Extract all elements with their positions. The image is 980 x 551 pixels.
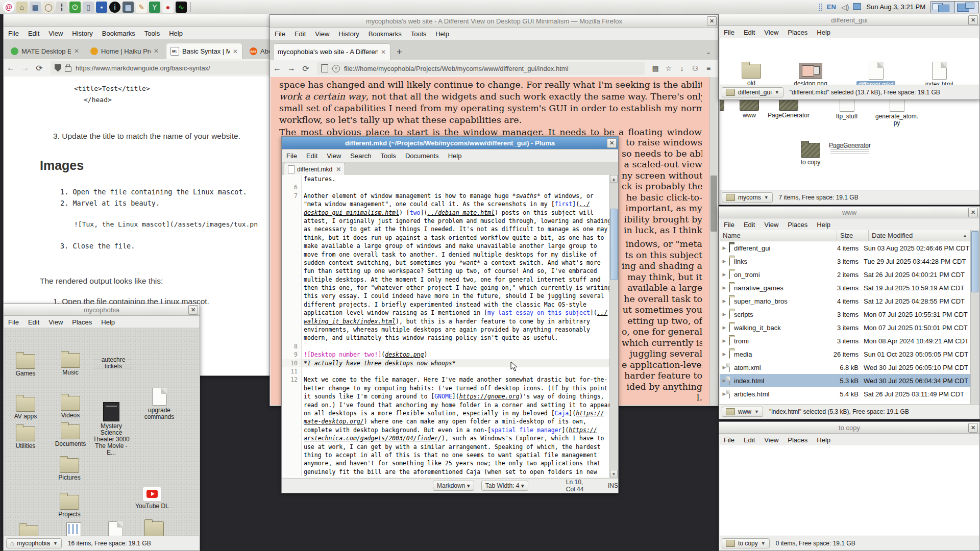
scroll-down-icon[interactable]: ▼ <box>610 470 618 478</box>
editor-line[interactable]: as necessary to get at the things I need… <box>282 225 609 233</box>
keyboard-layout-indicator[interactable]: EN <box>827 3 836 11</box>
menu-item-view[interactable]: View <box>322 152 346 160</box>
dgui-location-button[interactable]: different_gui ▼ <box>722 87 783 97</box>
menu-item-file[interactable]: File <box>4 30 23 37</box>
scroll-up-icon[interactable]: ▲ <box>610 175 618 183</box>
menu-item-edit[interactable]: Edit <box>290 30 310 38</box>
editor-line[interactable]: move from one overall task to another. I… <box>282 251 609 259</box>
ff2-url-text[interactable]: file:///home/mycophobia/Projects/Web/myc… <box>344 65 569 72</box>
expander-icon[interactable]: ▶ <box>720 285 729 290</box>
editor-line[interactable]: arstechnica.com/gadgets/2003/04/finder/)… <box>282 434 609 442</box>
editor-line[interactable]: 11 <box>282 367 609 375</box>
menu-item-help[interactable]: Help <box>812 221 835 229</box>
file-item-old[interactable]: old <box>730 64 773 85</box>
editor-line[interactable]: attest, I originally just ignored the pr… <box>282 217 609 225</box>
file-item-games[interactable]: Games <box>4 354 47 377</box>
table-row-articles.html[interactable]: ▶articles.html5.4 kBSat 26 Jul 2025 03:1… <box>720 387 972 400</box>
editor-line[interactable]: 6 <box>282 183 609 191</box>
file-item-templates[interactable]: Templates <box>7 525 50 536</box>
expander-icon[interactable]: ▶ <box>720 352 729 357</box>
setup-tool-icon[interactable]: Y <box>149 2 160 13</box>
search-icon[interactable]: ◯ <box>43 2 54 13</box>
menu-item-file[interactable]: File <box>270 30 290 38</box>
editor-line[interactable]: thing to accept in all of this is that n… <box>282 451 609 459</box>
menu-item-edit[interactable]: Edit <box>739 29 760 36</box>
editor-line[interactable]: then this one, for "whatever other proje… <box>282 284 609 292</box>
editor-line[interactable]: application-level window raising as I me… <box>282 309 609 317</box>
file-item-projects[interactable]: Projects <box>48 495 91 518</box>
mycoms-location-button[interactable]: mycoms ▼ <box>722 192 773 203</box>
table-row-tromi[interactable]: ▶tromi3 itemsMon 08 Apr 2024 10:49:21 AM… <box>720 334 972 347</box>
back-button[interactable]: ← <box>4 63 18 72</box>
tab-1[interactable]: MATE Desktop En✕ <box>7 43 83 59</box>
file-item--[interactable]: 主の祈り <box>94 521 137 536</box>
menu-item-view[interactable]: View <box>44 30 67 37</box>
editor-line[interactable]: fun than setting up one workspace? Setti… <box>282 267 609 275</box>
file-item-desktop-png[interactable]: desktop.png <box>789 63 832 85</box>
menu-item-search[interactable]: Search <box>346 152 376 160</box>
editor-line[interactable]: this very essay. I could indeed have mor… <box>282 292 609 300</box>
menu-item-help[interactable]: Help <box>812 436 835 444</box>
system-monitor-icon[interactable]: ∿ <box>176 2 187 13</box>
editor-line[interactable]: walking_it_back/index.html), but this is… <box>282 317 609 325</box>
editor-line[interactable]: make available a large group of windows … <box>282 242 609 250</box>
text-editor-icon[interactable]: ✎ <box>136 2 147 13</box>
menu-item-file[interactable]: File <box>719 221 739 229</box>
home-folder-icon[interactable]: ⌂ <box>16 2 28 13</box>
table-row-index.html[interactable]: ▶index.html5.3 kBWed 30 Jul 2025 06:04:3… <box>720 374 972 387</box>
permissions-icon[interactable]: o <box>332 65 340 72</box>
menu-item-places[interactable]: Places <box>783 29 812 36</box>
tab-close-icon[interactable]: ✕ <box>381 48 386 56</box>
display-settings-icon[interactable]: ▦ <box>30 2 41 13</box>
menu-item-file[interactable]: File <box>719 29 739 36</box>
workspace-switcher[interactable] <box>930 1 979 13</box>
account-icon[interactable]: ⚇ <box>689 64 702 72</box>
reload-button[interactable]: ⟳ <box>32 63 46 73</box>
tab-overflow-icon[interactable]: ⌄ <box>706 48 711 56</box>
file-item-playback-stuff[interactable]: playback stuff <box>133 521 176 536</box>
file-item-av-apps[interactable]: AV apps <box>4 397 47 420</box>
menu-item-file[interactable]: File <box>4 318 23 326</box>
column-header-size[interactable]: Size <box>837 230 869 241</box>
panel-drag-handle[interactable] <box>819 3 823 11</box>
tocopy-location-button[interactable]: to copy ▼ <box>722 538 770 548</box>
tab-2[interactable]: Home | Haiku Proj✕ <box>86 43 163 59</box>
editor-line[interactable]: on all desktops is a more flexible solut… <box>282 409 609 417</box>
ff2-urlbar[interactable]: o file:///home/mycophobia/Projects/Web/m… <box>317 62 645 75</box>
editor-line[interactable]: 8 <box>282 342 609 350</box>
editor-line[interactable]: read on.) I've found that anchoring my h… <box>282 401 609 409</box>
menu-item-edit[interactable]: Edit <box>23 318 44 326</box>
menu-item-help[interactable]: Help <box>812 29 835 36</box>
close-button[interactable]: ✕ <box>968 208 978 217</box>
lock-icon[interactable] <box>65 66 71 72</box>
about-info-icon[interactable]: i <box>109 2 120 13</box>
table-row-scripts[interactable]: ▶scripts3 itemsMon 07 Jul 2025 10:55:31 … <box>720 308 972 321</box>
file-item-mystery-science-theater-3000-the-movie-e-[interactable]: Mystery Science Theater 3000 The Movie -… <box>90 402 133 456</box>
table-row-narrative_games[interactable]: ▶narrative_games3 itemsSat 19 Jul 2025 1… <box>720 281 972 294</box>
menu-item-view[interactable]: View <box>760 436 783 444</box>
editor-line[interactable]: use at work, I can get by with a similar… <box>282 443 609 451</box>
table-row-media[interactable]: ▶media26 itemsSun 01 Oct 2023 05:05:05 P… <box>720 347 972 361</box>
file-item-budget[interactable]: budget <box>52 522 95 536</box>
ff2-scrollbar-thumb[interactable] <box>710 176 717 232</box>
editor-line[interactable]: it sounds like I'm coming around to [GNO… <box>282 392 609 400</box>
editor-line[interactable]: mate-desktop.org/) where one can make an… <box>282 417 609 425</box>
editor-line[interactable]: better change to my computing habits: I'… <box>282 384 609 392</box>
close-button[interactable]: ✕ <box>968 15 978 25</box>
pluma-editor-area[interactable]: features.67Another element of window man… <box>282 175 618 478</box>
tab-close-icon[interactable]: ✕ <box>154 47 159 55</box>
www-scrollbar-thumb[interactable] <box>971 231 978 292</box>
reader-view-icon[interactable]: ▤ <box>649 64 662 72</box>
editor-line[interactable]: 12Next we come to the file manager. Here… <box>282 375 609 384</box>
menu-item-bookmarks[interactable]: Bookmarks <box>364 30 406 38</box>
menu-item-places[interactable]: Places <box>67 318 96 326</box>
menu-item-edit[interactable]: Edit <box>23 30 44 37</box>
menu-item-places[interactable]: Places <box>783 436 812 444</box>
tabwidth-combo[interactable]: Tab Width: 4 ▾ <box>481 481 528 491</box>
language-jp-icon[interactable]: ● <box>162 2 174 13</box>
column-header-name[interactable]: Name <box>720 230 837 241</box>
tab-close-icon[interactable]: ✕ <box>233 48 238 55</box>
editor-line[interactable]: sudden context switching, but sometimes … <box>282 259 609 267</box>
tab-close-icon[interactable]: ✕ <box>74 47 79 55</box>
workspace-1[interactable] <box>931 2 955 13</box>
